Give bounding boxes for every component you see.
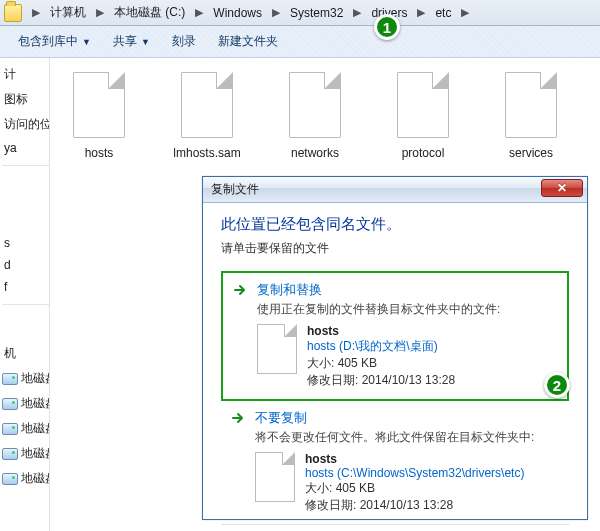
file-icon bbox=[257, 324, 297, 374]
sidebar-item[interactable]: s bbox=[2, 232, 49, 254]
chevron-right-icon[interactable]: ▶ bbox=[191, 6, 207, 19]
file-name: hosts bbox=[307, 324, 455, 338]
chevron-right-icon[interactable]: ▶ bbox=[413, 6, 429, 19]
drive-icon bbox=[2, 423, 18, 435]
sidebar-item[interactable]: d bbox=[2, 254, 49, 276]
drive-item[interactable]: 地磁盘 (F:) bbox=[2, 441, 49, 466]
breadcrumb-item[interactable]: Windows bbox=[207, 2, 268, 24]
drive-item[interactable]: 地磁盘 (E:) bbox=[2, 416, 49, 441]
file-icon bbox=[255, 452, 295, 502]
sidebar-item[interactable]: ya bbox=[2, 137, 49, 159]
file-item[interactable]: services bbox=[490, 72, 572, 160]
option-copy-replace[interactable]: 复制和替换 使用正在复制的文件替换目标文件夹中的文件: hosts hosts … bbox=[221, 271, 569, 401]
sidebar-item[interactable]: f bbox=[2, 276, 49, 298]
drive-icon bbox=[2, 373, 18, 385]
dialog-title: 复制文件 bbox=[211, 181, 259, 198]
burn-button[interactable]: 刻录 bbox=[164, 30, 204, 53]
arrow-right-icon bbox=[229, 409, 247, 514]
file-size: 大小: 405 KB bbox=[307, 355, 455, 372]
file-path: hosts (D:\我的文档\桌面) bbox=[307, 338, 455, 355]
chevron-right-icon[interactable]: ▶ bbox=[457, 6, 473, 19]
option-desc: 使用正在复制的文件替换目标文件夹中的文件: bbox=[257, 301, 559, 318]
sidebar: 计 图标 访问的位置 ya s d f 机 地磁盘 (C:) 地磁盘 (D:) … bbox=[0, 58, 50, 531]
file-name: services bbox=[490, 146, 572, 160]
folder-icon bbox=[4, 4, 22, 22]
option-keep-both[interactable]: 复制，但保留这两个文件 正在复制的文件将重命名为 "hosts (2)" bbox=[221, 527, 569, 531]
include-in-library-button[interactable]: 包含到库中▼ bbox=[10, 30, 99, 53]
new-folder-button[interactable]: 新建文件夹 bbox=[210, 30, 286, 53]
drive-item[interactable]: 地磁盘 (C:) bbox=[2, 366, 49, 391]
file-name: protocol bbox=[382, 146, 464, 160]
drive-icon bbox=[2, 473, 18, 485]
file-name: networks bbox=[274, 146, 356, 160]
copy-file-dialog: 复制文件 ✕ 此位置已经包含同名文件。 请单击要保留的文件 复制和替换 使用正在… bbox=[202, 176, 588, 520]
drive-icon bbox=[2, 398, 18, 410]
dialog-heading: 此位置已经包含同名文件。 bbox=[221, 215, 569, 234]
close-button[interactable]: ✕ bbox=[541, 179, 583, 197]
breadcrumb-item[interactable]: 本地磁盘 (C:) bbox=[108, 2, 191, 24]
annotation-badge-1: 1 bbox=[374, 14, 400, 40]
close-icon: ✕ bbox=[557, 181, 567, 195]
dialog-subtext: 请单击要保留的文件 bbox=[221, 240, 569, 257]
file-date: 修改日期: 2014/10/13 13:28 bbox=[305, 497, 524, 514]
file-icon bbox=[505, 72, 557, 138]
option-desc: 将不会更改任何文件。将此文件保留在目标文件夹中: bbox=[255, 429, 561, 446]
annotation-badge-2: 2 bbox=[544, 372, 570, 398]
file-size: 大小: 405 KB bbox=[305, 480, 524, 497]
address-bar: ▶ 计算机 ▶ 本地磁盘 (C:) ▶ Windows ▶ System32 ▶… bbox=[0, 0, 600, 26]
file-icon bbox=[397, 72, 449, 138]
chevron-down-icon: ▼ bbox=[141, 37, 150, 47]
option-dont-copy[interactable]: 不要复制 将不会更改任何文件。将此文件保留在目标文件夹中: hosts host… bbox=[221, 401, 569, 524]
breadcrumb-item[interactable]: System32 bbox=[284, 2, 349, 24]
toolbar: 包含到库中▼ 共享▼ 刻录 新建文件夹 bbox=[0, 26, 600, 58]
file-icon bbox=[181, 72, 233, 138]
dialog-titlebar[interactable]: 复制文件 ✕ bbox=[203, 177, 587, 203]
sidebar-item[interactable]: 访问的位置 bbox=[2, 112, 49, 137]
arrow-right-icon bbox=[231, 281, 249, 389]
sidebar-item[interactable]: 机 bbox=[2, 341, 49, 366]
drive-icon bbox=[2, 448, 18, 460]
chevron-right-icon[interactable]: ▶ bbox=[92, 6, 108, 19]
file-item[interactable]: hosts bbox=[58, 72, 140, 160]
chevron-right-icon[interactable]: ▶ bbox=[268, 6, 284, 19]
file-icon bbox=[73, 72, 125, 138]
option-title: 不要复制 bbox=[255, 409, 561, 427]
sidebar-item[interactable]: 计 bbox=[2, 62, 49, 87]
file-item[interactable]: protocol bbox=[382, 72, 464, 160]
chevron-right-icon[interactable]: ▶ bbox=[349, 6, 365, 19]
file-name: lmhosts.sam bbox=[166, 146, 248, 160]
sidebar-item[interactable]: 图标 bbox=[2, 87, 49, 112]
drive-item[interactable]: 地磁盘 (T:) bbox=[2, 466, 49, 491]
breadcrumb-item[interactable]: 计算机 bbox=[44, 2, 92, 24]
file-icon bbox=[289, 72, 341, 138]
file-name: hosts bbox=[305, 452, 524, 466]
file-item[interactable]: networks bbox=[274, 72, 356, 160]
share-button[interactable]: 共享▼ bbox=[105, 30, 158, 53]
option-title: 复制和替换 bbox=[257, 281, 559, 299]
chevron-right-icon[interactable]: ▶ bbox=[28, 6, 44, 19]
drive-item[interactable]: 地磁盘 (D:) bbox=[2, 391, 49, 416]
file-path: hosts (C:\Windows\System32\drivers\etc) bbox=[305, 466, 524, 480]
chevron-down-icon: ▼ bbox=[82, 37, 91, 47]
breadcrumb-item[interactable]: etc bbox=[429, 2, 457, 24]
file-name: hosts bbox=[58, 146, 140, 160]
file-date: 修改日期: 2014/10/13 13:28 bbox=[307, 372, 455, 389]
file-item[interactable]: lmhosts.sam bbox=[166, 72, 248, 160]
